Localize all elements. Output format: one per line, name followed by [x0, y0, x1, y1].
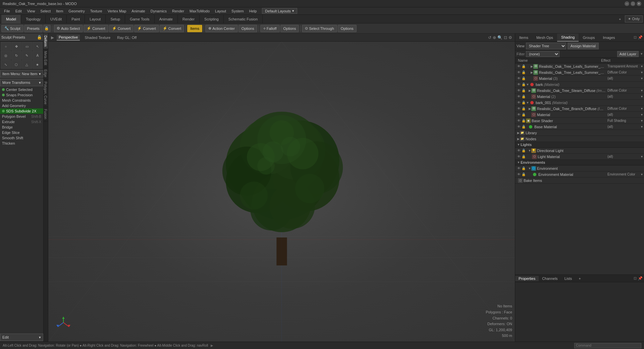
tri-nodes[interactable]: ▶	[517, 137, 520, 141]
tool-tri[interactable]: △	[22, 60, 32, 69]
menu-help[interactable]: Help	[247, 8, 260, 14]
lock-icon-3[interactable]: 🔒	[521, 76, 526, 81]
tab-topology[interactable]: Topology	[21, 15, 46, 23]
sculpt-button[interactable]: 🔧 Sculpt	[1, 25, 23, 32]
tri-icon-8[interactable]: ▶	[528, 107, 531, 110]
right-tab-shading[interactable]: Shading	[557, 34, 579, 42]
eye-icon-9[interactable]: 👁	[517, 112, 521, 117]
lock-icon-2[interactable]: 🔒	[521, 70, 526, 75]
effect-dropdown-9[interactable]: ▾	[641, 113, 643, 116]
tri-icon[interactable]: ▶	[530, 65, 533, 68]
tri-library[interactable]: ▶	[517, 131, 520, 135]
right-tab-mesh-ops[interactable]: Mesh Ops	[532, 34, 557, 42]
tab-paint[interactable]: Paint	[67, 15, 85, 23]
effect-dropdown-em[interactable]: ▾	[641, 172, 643, 176]
eye-icon-lm[interactable]: 👁	[517, 154, 521, 159]
vert-tab-polygon[interactable]: Polygon, Curve	[44, 80, 48, 107]
props-tab-properties[interactable]: Properties	[515, 276, 539, 281]
filter-select[interactable]: (none)	[526, 51, 559, 57]
tri-icon-9[interactable]	[528, 113, 531, 116]
eye-icon-2[interactable]: 👁	[517, 70, 521, 75]
st-row-leafs-diffuse[interactable]: 👁 🔒 ▶ 🖼 Realistic_Oak_Tree_Leafs_Summer_…	[515, 69, 644, 76]
convert2-button[interactable]: ⚡ Convert	[109, 25, 134, 32]
vert-tab-edge[interactable]: Edge	[44, 67, 48, 80]
tab-model[interactable]: Model	[1, 15, 21, 23]
effect-dropdown-11[interactable]: ▾	[641, 125, 643, 129]
command-input[interactable]	[574, 343, 641, 348]
polygon-bevel-item[interactable]: Polygon Bevel Shift-B	[0, 114, 43, 119]
st-row-env-mat[interactable]: 👁 🔒 Environment Material Environment Col…	[515, 171, 644, 178]
st-row-bark[interactable]: 👁 🔒 ▼ bark (Material)	[515, 82, 644, 88]
tri-icon-2[interactable]: ▶	[530, 71, 533, 74]
tri-icon-5[interactable]: ▶	[528, 89, 531, 92]
eye-icon-5[interactable]: 👁	[517, 88, 521, 93]
effect-dropdown-6[interactable]: ▾	[641, 95, 643, 98]
right-tab-groups[interactable]: Groups	[579, 34, 599, 42]
props-pin[interactable]: 📌	[638, 276, 643, 281]
center-selected-item[interactable]: Center Selected	[0, 87, 43, 92]
effect-dropdown-5[interactable]: ▾	[641, 89, 643, 92]
tab-scripting[interactable]: Scripting	[200, 15, 224, 23]
tool-move[interactable]: ✥	[11, 42, 22, 51]
tool-target[interactable]: ◎	[1, 51, 11, 60]
edge-slice-item[interactable]: Edge Slice	[0, 130, 43, 135]
st-row-steam-diffuse[interactable]: 👁 🔒 ▶ 🖼 Realistic_Oak_Tree_Steam_Diffuse…	[515, 88, 644, 94]
lights-tri[interactable]: ▼	[517, 143, 521, 147]
tri-dir[interactable]: ▼	[528, 149, 531, 152]
panel-expand[interactable]: ⊡	[634, 35, 637, 40]
tool-star[interactable]: ★	[33, 60, 43, 69]
effect-dropdown-2[interactable]: ▾	[641, 70, 643, 74]
close-button[interactable]: ✕	[637, 1, 641, 6]
panel-pin[interactable]: 📌	[638, 35, 643, 40]
bridge-item[interactable]: Bridge	[0, 124, 43, 130]
props-tab-plus[interactable]: +	[575, 276, 584, 281]
menu-file[interactable]: File	[1, 8, 13, 14]
eye-icon-8[interactable]: 👁	[517, 106, 521, 111]
tool-pen[interactable]: ✎	[22, 51, 32, 60]
lock-icon-6[interactable]: 🔒	[521, 94, 526, 99]
smooth-shift-item[interactable]: Smooth Shift	[0, 135, 43, 141]
lock-icon-em[interactable]: 🔒	[521, 172, 526, 177]
menu-dynamics[interactable]: Dynamics	[148, 8, 169, 14]
lock-icon-10[interactable]: 🔒	[521, 118, 526, 123]
viewport-ctrl-5[interactable]: ⚙	[508, 35, 512, 40]
convert4-button[interactable]: ⚡ Convert	[160, 25, 184, 32]
maximize-button[interactable]: □	[631, 1, 635, 6]
thicken-item[interactable]: Thicken	[0, 141, 43, 146]
item-menu-dropdown[interactable]: Item Menu: New Item ▾	[0, 70, 43, 78]
sds-subdivide-item[interactable]: SDS Subdivide 2X	[0, 108, 43, 114]
tab-setup[interactable]: Setup	[106, 15, 125, 23]
tab-uvedit[interactable]: UVEdit	[46, 15, 67, 23]
menu-item[interactable]: Item	[53, 8, 66, 14]
tri-icon-6[interactable]	[528, 95, 531, 98]
add-geometry-item[interactable]: Add Geometry	[0, 103, 43, 108]
lock-icon-btn[interactable]: 🔒	[43, 25, 51, 32]
more-transforms-dropdown[interactable]: More Transforms ▾	[0, 79, 43, 86]
st-row-material3[interactable]: 👁 🔒 ⬡ Material (3) (all) ▾	[515, 76, 644, 82]
action-center-button[interactable]: ⊕ Action Center	[205, 25, 238, 32]
eye-icon-em[interactable]: 👁	[517, 172, 521, 177]
vert-tab-deform[interactable]: Deform	[44, 34, 48, 49]
st-row-bark001[interactable]: 👁 🔒 ▼ bark_001 (Material)	[515, 100, 644, 106]
eye-icon-4[interactable]: 👁	[517, 82, 521, 87]
st-row-material[interactable]: 👁 🔒 ⬡ Material (all) ▾	[515, 112, 644, 118]
expand-icon[interactable]: ▶	[51, 35, 54, 40]
menu-geometry[interactable]: Geometry	[66, 8, 87, 14]
effect-dropdown[interactable]: ▾	[641, 64, 643, 68]
shader-tree[interactable]: 👁 🔒 ▶ 🖼 Realistic_Oak_Tree_Leafs_Summer_…	[515, 63, 644, 275]
options1-button[interactable]: Options	[238, 25, 257, 32]
lock-icon-env[interactable]: 🔒	[521, 166, 526, 171]
filter-more[interactable]: ▾	[641, 52, 643, 56]
falloff-button[interactable]: ⟡ Falloff	[260, 25, 280, 32]
menu-layout[interactable]: Layout	[212, 8, 229, 14]
lock-icon-5[interactable]: 🔒	[521, 88, 526, 93]
menu-maxtomodo[interactable]: MaxToModo	[187, 8, 212, 14]
viewport-ctrl-2[interactable]: ⊕	[493, 35, 496, 40]
vert-tab-fusion[interactable]: Fusion	[44, 107, 48, 121]
props-tab-lists[interactable]: Lists	[561, 276, 576, 281]
st-row-library[interactable]: ▶ 📁 Library	[515, 130, 644, 136]
lock-icon[interactable]: 🔒	[521, 64, 526, 69]
only-button[interactable]: ✶ Only	[625, 15, 643, 22]
menu-render[interactable]: Render	[169, 8, 187, 14]
st-row-leafs-opacity[interactable]: 👁 🔒 ▶ 🖼 Realistic_Oak_Tree_Leafs_Summer_…	[515, 63, 644, 69]
